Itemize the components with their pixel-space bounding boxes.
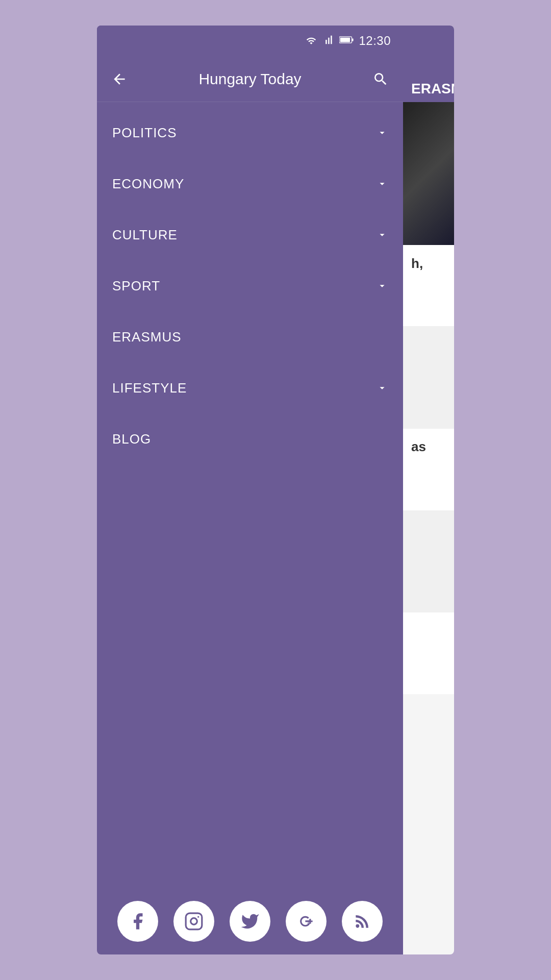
nav-item-label-sport: SPORT [112,278,377,294]
svg-point-4 [191,918,197,925]
chevron-down-icon-politics [377,127,388,138]
content-image [403,102,454,245]
content-header-text: ERASMUS [411,81,454,97]
nav-menu: POLITICS ECONOMY CULTURE [97,102,403,888]
status-icons: 12:30 [305,34,391,48]
nav-item-sport[interactable]: SPORT [97,260,403,311]
chevron-down-icon-sport [377,280,388,291]
content-header: ERASMUS [403,26,454,102]
nav-item-culture[interactable]: CULTURE [97,209,403,260]
content-snippet-2: as [411,439,426,454]
nav-item-label-culture: CULTURE [112,227,377,243]
content-image-block [403,102,454,245]
nav-item-label-blog: BLOG [112,431,388,447]
content-spacer-1 [403,327,454,429]
svg-rect-1 [352,38,354,41]
app-title: Hungary Today [142,70,358,88]
nav-item-lifestyle[interactable]: LIFESTYLE [97,362,403,413]
app-bar: Hungary Today [97,56,403,102]
back-button[interactable] [107,67,132,91]
nav-item-erasmus[interactable]: ERASMUS [97,311,403,362]
wifi-icon [305,36,318,46]
content-panel: ERASMUS h, as [403,26,454,954]
svg-rect-2 [340,38,350,42]
navigation-drawer: 12:30 Hungary Today POLITICS [97,26,403,954]
nav-item-label-erasmus: ERASMUS [112,329,388,345]
facebook-button[interactable] [117,901,158,942]
status-bar: 12:30 [97,26,403,56]
social-footer [97,888,403,954]
status-time: 12:30 [359,34,391,48]
nav-item-label-economy: ECONOMY [112,176,377,192]
content-text-block-2: as [403,429,454,510]
nav-item-blog[interactable]: BLOG [97,413,403,464]
rss-button[interactable] [342,901,383,942]
search-button[interactable] [368,67,393,91]
nav-item-label-lifestyle: LIFESTYLE [112,380,377,396]
svg-rect-3 [186,913,202,929]
content-snippet-1: h, [411,256,423,271]
battery-icon [339,36,354,46]
googleplus-button[interactable] [286,901,327,942]
instagram-button[interactable] [173,901,214,942]
svg-point-5 [197,916,199,918]
signal-icon [323,35,334,47]
chevron-down-icon-economy [377,178,388,189]
nav-item-politics[interactable]: POLITICS [97,107,403,158]
nav-item-label-politics: POLITICS [112,125,377,141]
chevron-down-icon-culture [377,229,388,240]
chevron-down-icon-lifestyle [377,382,388,394]
content-spacer-2 [403,510,454,612]
nav-item-economy[interactable]: ECONOMY [97,158,403,209]
content-text-block-3 [403,612,454,694]
content-text-block-1: h, [403,245,454,327]
twitter-button[interactable] [230,901,270,942]
